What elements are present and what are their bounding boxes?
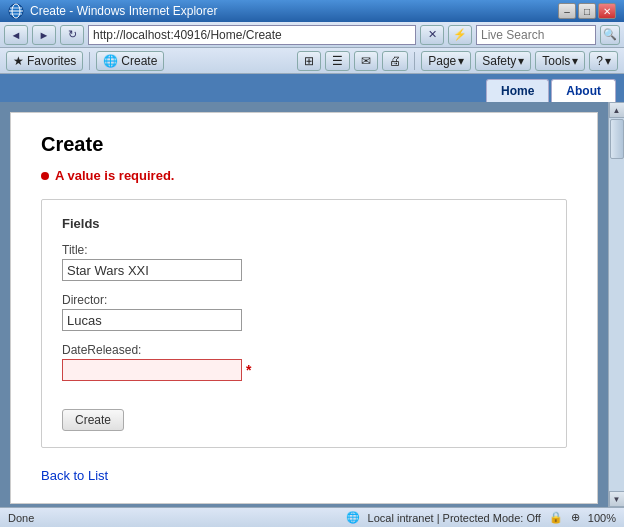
- title-input[interactable]: [62, 259, 242, 281]
- zoom-level: 100%: [588, 512, 616, 524]
- director-field-group: Director:: [62, 293, 546, 331]
- date-released-label: DateReleased:: [62, 343, 546, 357]
- lock-icon: 🔒: [549, 511, 563, 524]
- restore-button[interactable]: □: [578, 3, 596, 19]
- tools-label: Tools: [542, 54, 570, 68]
- safety-menu[interactable]: Safety ▾: [475, 51, 531, 71]
- fields-legend: Fields: [62, 216, 546, 231]
- scroll-track[interactable]: [609, 118, 625, 491]
- director-input[interactable]: [62, 309, 242, 331]
- scroll-up-arrow[interactable]: ▲: [609, 102, 625, 118]
- toolbar-icon4[interactable]: 🖨: [382, 51, 408, 71]
- date-released-field-group: DateReleased: *: [62, 343, 546, 381]
- toolbar: ★ Favorites 🌐 Create ⊞ ☰ ✉ 🖨 Page ▾ Safe…: [0, 48, 624, 74]
- validation-message: A value is required.: [55, 168, 174, 183]
- tools-menu[interactable]: Tools ▾: [535, 51, 585, 71]
- zone-icon: 🌐: [346, 511, 360, 524]
- tab-label[interactable]: 🌐 Create: [96, 51, 164, 71]
- favorites-label: Favorites: [27, 54, 76, 68]
- fields-box: Fields Title: Director: DateReleased: *: [41, 199, 567, 448]
- close-button[interactable]: ✕: [598, 3, 616, 19]
- page-content: Create A value is required. Fields Title…: [0, 102, 608, 507]
- help-menu[interactable]: ? ▾: [589, 51, 618, 71]
- ie-tab-icon: 🌐: [103, 54, 118, 68]
- stop-button[interactable]: ✕: [420, 25, 444, 45]
- back-link-container: Back to List: [41, 468, 567, 483]
- forward-button[interactable]: ►: [32, 25, 56, 45]
- date-released-input[interactable]: [62, 359, 242, 381]
- title-bar: Create - Windows Internet Explorer – □ ✕: [0, 0, 624, 22]
- help-label: ?: [596, 54, 603, 68]
- scroll-thumb[interactable]: [610, 119, 624, 159]
- back-button[interactable]: ◄: [4, 25, 28, 45]
- toolbar-icon1[interactable]: ⊞: [297, 51, 321, 71]
- page-menu[interactable]: Page ▾: [421, 51, 471, 71]
- minimize-button[interactable]: –: [558, 3, 576, 19]
- toolbar-separator: [89, 52, 90, 70]
- page-label: Page: [428, 54, 456, 68]
- create-button[interactable]: Create: [62, 409, 124, 431]
- tab-about[interactable]: About: [551, 79, 616, 102]
- director-label: Director:: [62, 293, 546, 307]
- ie-icon: [8, 3, 24, 19]
- scroll-down-arrow[interactable]: ▼: [609, 491, 625, 507]
- title-label: Title:: [62, 243, 546, 257]
- validation-error: A value is required.: [41, 168, 567, 183]
- status-bar: Done 🌐 Local intranet | Protected Mode: …: [0, 507, 624, 527]
- safety-dropdown-icon: ▾: [518, 54, 524, 68]
- star-icon: ★: [13, 54, 24, 68]
- title-bar-controls: – □ ✕: [558, 3, 616, 19]
- help-dropdown-icon: ▾: [605, 54, 611, 68]
- rss-icon[interactable]: ⚡: [448, 25, 472, 45]
- favorites-button[interactable]: ★ Favorites: [6, 51, 83, 71]
- tab-text: Create: [121, 54, 157, 68]
- tab-home[interactable]: Home: [486, 79, 549, 102]
- back-to-list-link[interactable]: Back to List: [41, 468, 108, 483]
- address-input[interactable]: [88, 25, 416, 45]
- safety-label: Safety: [482, 54, 516, 68]
- date-released-row: *: [62, 359, 546, 381]
- white-panel: Create A value is required. Fields Title…: [10, 112, 598, 504]
- page-dropdown-icon: ▾: [458, 54, 464, 68]
- search-input[interactable]: [476, 25, 596, 45]
- tools-dropdown-icon: ▾: [572, 54, 578, 68]
- content-area: Create A value is required. Fields Title…: [0, 102, 624, 507]
- nav-tabs-bar: Home About: [0, 74, 624, 102]
- search-go-button[interactable]: 🔍: [600, 25, 620, 45]
- status-text: Done: [8, 512, 34, 524]
- window-title: Create - Windows Internet Explorer: [30, 4, 217, 18]
- address-bar: ◄ ► ↻ ✕ ⚡ 🔍: [0, 22, 624, 48]
- scrollbar: ▲ ▼: [608, 102, 624, 507]
- title-field-group: Title:: [62, 243, 546, 281]
- toolbar-icon3[interactable]: ✉: [354, 51, 378, 71]
- toolbar-icon2[interactable]: ☰: [325, 51, 350, 71]
- zone-text: Local intranet | Protected Mode: Off: [368, 512, 541, 524]
- zoom-text: ⊕: [571, 511, 580, 524]
- required-star: *: [246, 362, 251, 378]
- refresh-button[interactable]: ↻: [60, 25, 84, 45]
- title-bar-left: Create - Windows Internet Explorer: [8, 3, 217, 19]
- status-right: 🌐 Local intranet | Protected Mode: Off 🔒…: [346, 511, 616, 524]
- page-title: Create: [41, 133, 567, 156]
- toolbar-separator2: [414, 52, 415, 70]
- error-bullet: [41, 172, 49, 180]
